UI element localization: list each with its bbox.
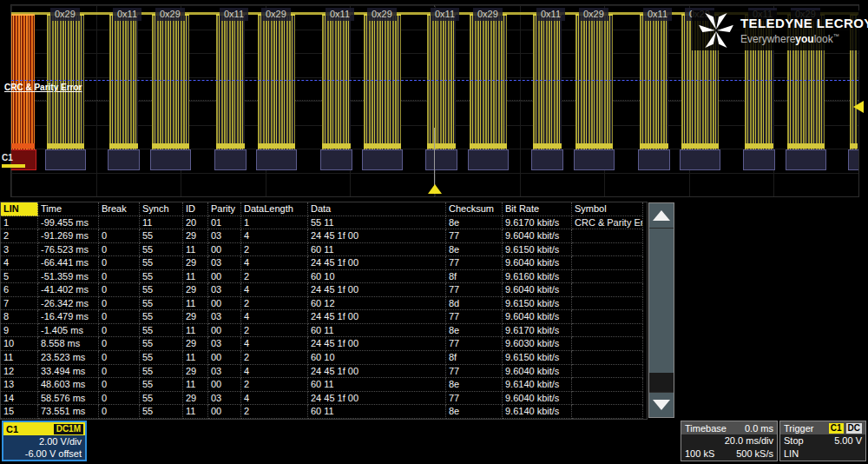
table-cell[interactable]: 24 45 1f 00 xyxy=(308,392,446,406)
table-cell[interactable]: 0 xyxy=(99,405,140,419)
table-cell[interactable]: 0 xyxy=(99,270,140,284)
table-cell[interactable]: 0 xyxy=(99,365,140,379)
table-cell[interactable]: 2 xyxy=(241,324,308,338)
table-cell[interactable]: 11 xyxy=(183,378,208,392)
table-cell[interactable]: 00 xyxy=(208,270,241,284)
table-cell[interactable]: 9.6160 kbit/s xyxy=(503,270,572,284)
table-cell[interactable]: 8 xyxy=(1,310,38,324)
table-cell[interactable]: 03 xyxy=(208,229,241,243)
table-cell[interactable]: 11 xyxy=(183,351,208,365)
table-cell[interactable]: 55 xyxy=(140,243,183,257)
table-cell[interactable]: 9.6040 kbit/s xyxy=(503,365,572,379)
table-cell[interactable] xyxy=(572,405,643,419)
table-cell[interactable]: 55 xyxy=(140,297,183,311)
table-cell[interactable]: 77 xyxy=(446,229,503,243)
table-cell[interactable]: 55 xyxy=(140,365,183,379)
decode-threshold-line[interactable] xyxy=(11,80,858,81)
table-cell[interactable]: 9 xyxy=(1,324,38,338)
table-cell[interactable]: 8e xyxy=(446,216,503,230)
table-cell[interactable]: 03 xyxy=(208,337,241,351)
table-cell[interactable]: 9.6170 kbit/s xyxy=(503,324,572,338)
table-cell[interactable]: 03 xyxy=(208,283,241,297)
table-cell[interactable]: -41.402 ms xyxy=(38,283,99,297)
table-cell[interactable]: 0 xyxy=(99,297,140,311)
table-cell[interactable]: 9.6150 kbit/s xyxy=(503,297,572,311)
table-cell[interactable] xyxy=(572,392,643,406)
table-cell[interactable]: 77 xyxy=(446,337,503,351)
table-cell[interactable] xyxy=(99,216,140,230)
table-cell[interactable]: 6 xyxy=(1,283,38,297)
table-cell[interactable]: 3 xyxy=(1,243,38,257)
table-cell[interactable]: 0 xyxy=(99,324,140,338)
table-cell[interactable]: 11 xyxy=(183,243,208,257)
table-cell[interactable]: 00 xyxy=(208,297,241,311)
table-cell[interactable]: 60 10 xyxy=(308,351,446,365)
table-cell[interactable]: 29 xyxy=(183,229,208,243)
table-cell[interactable]: -91.269 ms xyxy=(38,229,99,243)
table-cell[interactable]: -1.405 ms xyxy=(38,324,99,338)
table-cell[interactable]: 00 xyxy=(208,351,241,365)
table-cell[interactable]: 55 xyxy=(140,392,183,406)
table-cell[interactable]: 8e xyxy=(446,405,503,419)
table-cell[interactable]: 24 45 1f 00 xyxy=(308,229,446,243)
table-cell[interactable]: 55 xyxy=(140,310,183,324)
table-scrollbar[interactable] xyxy=(648,202,674,418)
table-cell[interactable]: 60 11 xyxy=(308,243,446,257)
table-cell[interactable]: 8e xyxy=(446,378,503,392)
table-cell[interactable]: 29 xyxy=(183,283,208,297)
table-cell[interactable]: 55 xyxy=(140,270,183,284)
table-cell[interactable]: 58.576 ms xyxy=(38,392,99,406)
table-cell[interactable] xyxy=(572,324,643,338)
table-cell[interactable]: 60 11 xyxy=(308,324,446,338)
table-cell[interactable]: 77 xyxy=(446,310,503,324)
table-cell[interactable]: 00 xyxy=(208,243,241,257)
table-cell[interactable]: 9.6150 kbit/s xyxy=(503,351,572,365)
table-cell[interactable]: 2 xyxy=(1,229,38,243)
table-cell[interactable]: CRC & Parity Err xyxy=(572,216,643,230)
table-cell[interactable]: -99.455 ms xyxy=(38,216,99,230)
table-cell[interactable]: 8e xyxy=(446,324,503,338)
table-cell[interactable]: 2 xyxy=(241,270,308,284)
table-cell[interactable]: 03 xyxy=(208,365,241,379)
table-cell[interactable] xyxy=(572,351,643,365)
table-cell[interactable]: 15 xyxy=(1,405,38,419)
table-cell[interactable]: 60 10 xyxy=(308,270,446,284)
table-cell[interactable]: -76.523 ms xyxy=(38,243,99,257)
table-cell[interactable]: 9.6030 kbit/s xyxy=(503,337,572,351)
table-cell[interactable]: 77 xyxy=(446,365,503,379)
table-cell[interactable]: 7 xyxy=(1,297,38,311)
table-cell[interactable]: 10 xyxy=(1,337,38,351)
table-cell[interactable]: 2 xyxy=(241,351,308,365)
table-cell[interactable]: 0 xyxy=(99,392,140,406)
table-cell[interactable]: 24 45 1f 00 xyxy=(308,365,446,379)
trigger-box[interactable]: Trigger C1 DC Stop 5.00 V LIN xyxy=(779,421,866,461)
table-cell[interactable]: 60 11 xyxy=(308,378,446,392)
timebase-box[interactable]: Timebase 0.0 ms 20.0 ms/div 100 kS 500 k… xyxy=(681,421,778,461)
table-cell[interactable]: 0 xyxy=(99,337,140,351)
table-cell[interactable]: -26.342 ms xyxy=(38,297,99,311)
table-cell[interactable]: 0 xyxy=(99,378,140,392)
table-cell[interactable]: 00 xyxy=(208,378,241,392)
table-cell[interactable] xyxy=(572,365,643,379)
table-cell[interactable]: 00 xyxy=(208,405,241,419)
table-cell[interactable]: 9.6040 kbit/s xyxy=(503,256,572,270)
table-cell[interactable]: 9.6040 kbit/s xyxy=(503,310,572,324)
table-cell[interactable]: 9.6140 kbit/s xyxy=(503,378,572,392)
table-cell[interactable]: 29 xyxy=(183,310,208,324)
table-cell[interactable]: 8f xyxy=(446,351,503,365)
scrollbar-thumb[interactable] xyxy=(649,229,674,373)
table-cell[interactable]: 55 xyxy=(140,337,183,351)
table-cell[interactable]: 2 xyxy=(241,297,308,311)
table-cell[interactable]: 03 xyxy=(208,392,241,406)
table-cell[interactable]: 0 xyxy=(99,283,140,297)
table-cell[interactable]: 55 xyxy=(140,378,183,392)
table-cell[interactable]: 2 xyxy=(241,243,308,257)
table-cell[interactable]: 11 xyxy=(183,405,208,419)
table-cell[interactable]: 29 xyxy=(183,392,208,406)
table-cell[interactable]: 4 xyxy=(241,365,308,379)
table-cell[interactable]: 4 xyxy=(241,310,308,324)
table-cell[interactable]: 4 xyxy=(241,229,308,243)
table-cell[interactable]: 03 xyxy=(208,256,241,270)
table-cell[interactable]: 29 xyxy=(183,337,208,351)
table-cell[interactable]: 8.558 ms xyxy=(38,337,99,351)
